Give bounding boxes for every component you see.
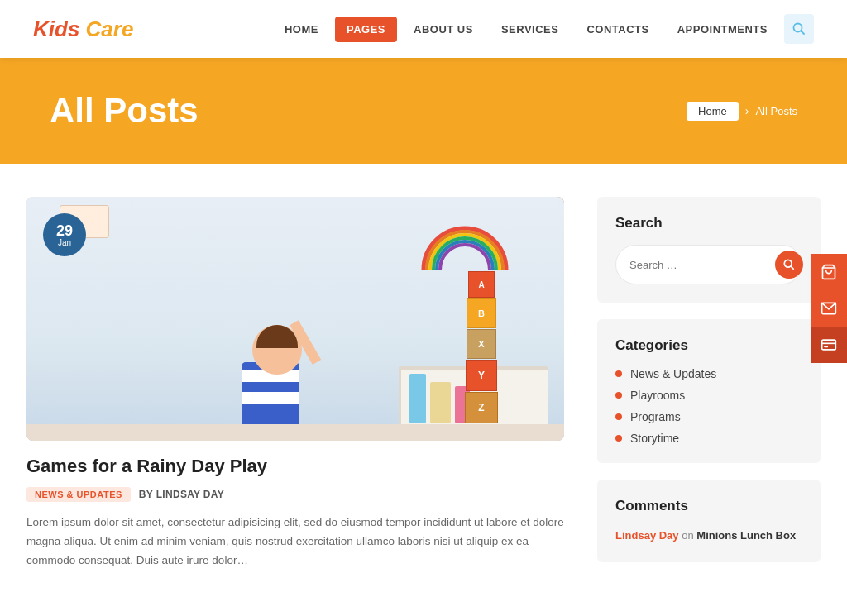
posts-column: A B X Y Z: [26, 197, 564, 571]
breadcrumb-home[interactable]: Home: [687, 102, 739, 121]
shirt-stripe-2: [242, 392, 299, 404]
category-item-0[interactable]: News & Updates: [615, 367, 802, 380]
header: Kids Care HOME PAGES ABOUT US SERVICES C…: [0, 0, 847, 58]
post-title[interactable]: Games for a Rainy Day Play: [26, 456, 564, 477]
category-item-2[interactable]: Programs: [615, 410, 802, 423]
cart-icon: [821, 264, 837, 280]
post-author: BY LINDSAY DAY: [139, 489, 224, 500]
comments-widget-title: Comments: [615, 498, 802, 514]
block-4: B: [467, 298, 496, 328]
nav-about[interactable]: ABOUT US: [402, 17, 485, 42]
nav-appointments[interactable]: APPOINTMENTS: [666, 17, 779, 42]
search-icon: [792, 22, 806, 36]
block-3: X: [467, 329, 496, 359]
side-buttons: [811, 254, 847, 363]
comments-widget: Comments Lindsay Day on Minions Lunch Bo…: [597, 480, 821, 562]
shelf-item-1: [409, 374, 426, 423]
svg-rect-6: [822, 340, 836, 350]
search-input[interactable]: [629, 259, 768, 271]
post-image: A B X Y Z: [26, 197, 564, 441]
search-widget: Search: [597, 197, 821, 303]
author-name[interactable]: LINDSAY DAY: [156, 489, 224, 500]
nav-contacts[interactable]: CONTACTS: [575, 17, 660, 42]
floor: [26, 424, 564, 441]
post-excerpt: Lorem ipsum dolor sit amet, consectetur …: [26, 513, 564, 571]
block-1: Z: [465, 392, 498, 423]
block-2: Y: [466, 360, 497, 391]
svg-line-1: [802, 31, 805, 35]
comment-author[interactable]: Lindsay Day: [615, 529, 679, 542]
svg-line-3: [791, 266, 793, 269]
categories-widget-title: Categories: [615, 337, 802, 354]
breadcrumb-separator: ›: [745, 104, 749, 117]
nav-services[interactable]: SERVICES: [490, 17, 571, 42]
breadcrumb-current: All Posts: [755, 105, 797, 117]
date-month: Jan: [58, 238, 71, 247]
search-widget-title: Search: [615, 215, 802, 232]
card-icon: [821, 337, 837, 353]
category-label-1: Playrooms: [630, 389, 685, 402]
rainbow-decoration: [415, 222, 514, 271]
comment-on-text: on: [682, 529, 696, 542]
nav-pages[interactable]: PAGES: [335, 17, 397, 42]
nav-home[interactable]: HOME: [273, 17, 330, 42]
breadcrumb: Home › All Posts: [687, 102, 797, 121]
hero-banner: All Posts Home › All Posts: [0, 58, 847, 164]
logo-text-2: Care: [86, 17, 134, 41]
category-dot-3: [615, 435, 622, 442]
date-day: 29: [56, 223, 73, 238]
site-logo[interactable]: Kids Care: [33, 17, 133, 42]
comment-post-title[interactable]: Minions Lunch Box: [696, 529, 796, 542]
post-tag[interactable]: NEWS & UPDATES: [26, 487, 131, 502]
category-dot-1: [615, 392, 622, 399]
sidebar: Search Categories News & Updates: [597, 197, 821, 562]
post-card: A B X Y Z: [26, 197, 564, 571]
post-date-badge: 29 Jan: [43, 213, 86, 256]
category-label-0: News & Updates: [630, 367, 716, 380]
blocks-tower: A B X Y Z: [465, 270, 498, 424]
post-image-scene: A B X Y Z: [26, 197, 564, 441]
categories-widget: Categories News & Updates Playrooms Prog…: [597, 319, 821, 463]
header-search-button[interactable]: [784, 14, 814, 44]
main-container: A B X Y Z: [10, 164, 837, 604]
author-prefix: BY: [139, 489, 153, 500]
search-submit-button[interactable]: [775, 251, 803, 279]
shelf-item-2: [430, 382, 451, 423]
email-icon: [821, 300, 837, 317]
category-label-2: Programs: [630, 410, 681, 423]
side-card-button[interactable]: [811, 327, 847, 363]
category-list: News & Updates Playrooms Programs Storyt…: [615, 367, 802, 445]
category-item-1[interactable]: Playrooms: [615, 389, 802, 402]
side-cart-button[interactable]: [811, 254, 847, 290]
block-top: A: [468, 271, 495, 298]
category-dot-2: [615, 413, 622, 420]
category-dot-0: [615, 370, 622, 377]
post-image-wrap: A B X Y Z: [26, 197, 564, 441]
comment-entry: Lindsay Day on Minions Lunch Box: [615, 528, 802, 544]
category-label-3: Storytime: [630, 432, 679, 445]
search-submit-icon: [783, 259, 795, 270]
side-email-button[interactable]: [811, 290, 847, 327]
main-nav: HOME PAGES ABOUT US SERVICES CONTACTS AP…: [273, 14, 814, 44]
page-title: All Posts: [50, 91, 199, 131]
search-row: [615, 245, 802, 284]
category-item-3[interactable]: Storytime: [615, 432, 802, 445]
post-meta: NEWS & UPDATES BY LINDSAY DAY: [26, 487, 564, 502]
logo-text: Kids: [33, 17, 86, 41]
